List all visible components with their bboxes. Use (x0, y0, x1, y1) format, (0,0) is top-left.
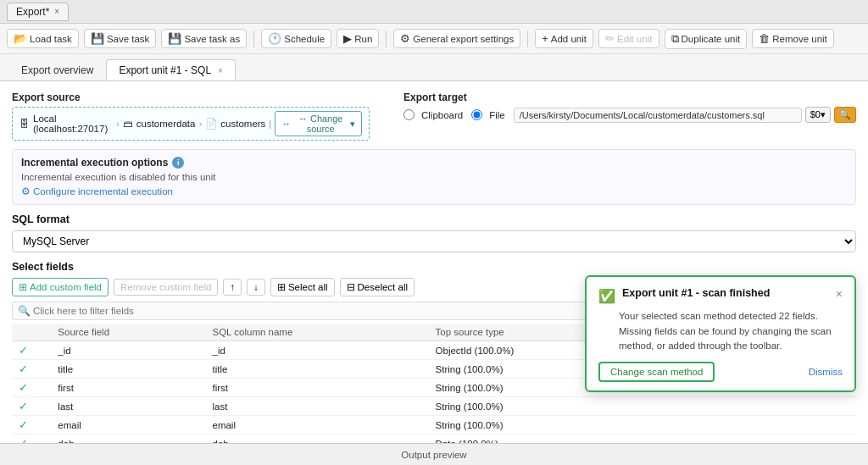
row-sql-col-0: _id (206, 341, 429, 360)
save-task-button[interactable]: 💾 Save task (84, 29, 157, 48)
clipboard-radio-input[interactable] (403, 109, 415, 120)
export-source-label: Export source (12, 91, 370, 103)
configure-link[interactable]: ⚙ Configure incremental execution (21, 185, 847, 197)
notification-close-button[interactable]: × (836, 287, 843, 301)
row-source-5: dob (51, 435, 205, 444)
export-row: Export source 🗄 Local (localhost:27017) … (12, 91, 856, 141)
tab-close-icon[interactable]: × (218, 66, 223, 75)
configure-icon: ⚙ (21, 185, 31, 197)
add-custom-field-button[interactable]: ⊞ Add custom field (12, 278, 108, 296)
schedule-button[interactable]: 🕐 Schedule (261, 29, 331, 48)
row-sql-type-4 (648, 416, 856, 435)
row-source-0: _id (51, 341, 205, 360)
change-scan-method-button[interactable]: Change scan method (598, 362, 715, 382)
row-sql-col-1: title (206, 360, 429, 379)
duplicate-unit-button[interactable]: ⧉ Duplicate unit (665, 29, 748, 49)
row-check-2[interactable]: ✓ (12, 379, 35, 397)
main-tabs: Export overview Export unit #1 - SQL × (0, 54, 868, 81)
settings-icon: ⚙ (400, 32, 410, 45)
deselect-all-button[interactable]: ⊟ Deselect all (340, 278, 415, 296)
remove-icon: 🗑 (759, 32, 770, 45)
output-preview-label: Output preview (401, 450, 466, 460)
row-top-type-3: String (100.0%) (429, 397, 648, 416)
select-all-button[interactable]: ⊞ Select all (270, 278, 335, 296)
dismiss-button[interactable]: Dismiss (809, 367, 843, 377)
app-tab-bar: Export* × (0, 0, 868, 24)
bottom-bar: Output preview (0, 443, 868, 465)
app-tab-close[interactable]: × (54, 7, 59, 16)
incremental-section: Incremental execution options i Incremen… (12, 149, 856, 205)
run-button[interactable]: ▶ Run (337, 29, 379, 48)
row-expand-0[interactable] (35, 341, 51, 360)
content-area: Export source 🗄 Local (localhost:27017) … (0, 81, 868, 443)
load-icon: 📂 (14, 32, 27, 45)
run-icon: ▶ (343, 32, 352, 45)
move-down-button[interactable]: ↓ (247, 279, 265, 296)
success-icon: ✅ (598, 288, 615, 304)
save-as-icon: 💾 (168, 32, 181, 45)
tab-export-unit-1[interactable]: Export unit #1 - SQL × (106, 59, 235, 80)
col-source-field: Source field (51, 324, 205, 341)
row-top-type-5: Date (100.0%) (429, 435, 648, 444)
remove-custom-field-button[interactable]: Remove custom field (114, 279, 218, 296)
row-source-2: first (51, 379, 205, 397)
file-radio-input[interactable] (471, 109, 482, 120)
duplicate-icon: ⧉ (671, 32, 679, 46)
row-sql-type-3 (648, 397, 856, 416)
remove-unit-button[interactable]: 🗑 Remove unit (752, 29, 834, 48)
db-icon: 🗃 (123, 119, 133, 129)
row-sql-type-5 (648, 435, 856, 444)
export-target-label: Export target (403, 91, 856, 103)
row-check-3[interactable]: ✓ (12, 397, 35, 416)
row-check-1[interactable]: ✓ (12, 360, 35, 379)
export-source-section: Export source 🗄 Local (localhost:27017) … (12, 91, 370, 141)
toolbar: 📂 Load task 💾 Save task 💾 Save task as 🕐… (0, 24, 868, 54)
select-all-icon: ⊞ (277, 281, 286, 293)
row-sql-col-3: last (206, 397, 429, 416)
info-icon: i (172, 157, 184, 169)
add-unit-button[interactable]: + Add unit (535, 29, 593, 48)
add-icon: + (542, 32, 548, 45)
notification-header: ✅ Export unit #1 - scan finished × (598, 287, 843, 304)
file-search-button[interactable]: 🔍 (834, 107, 856, 123)
general-export-settings-button[interactable]: ⚙ General export settings (393, 29, 520, 48)
add-custom-icon: ⊞ (19, 281, 27, 293)
target-file: /Users/kirsty/Documents/Local/customerda… (514, 107, 856, 123)
row-expand-3[interactable] (35, 397, 51, 416)
sql-format-select[interactable]: MySQL Server PostgreSQL SQLite Oracle MS… (12, 230, 856, 252)
row-source-3: last (51, 397, 205, 416)
local-db-icon: 🗄 (19, 119, 30, 129)
dropdown-icon: ▾ (350, 119, 355, 130)
row-expand-5[interactable] (35, 435, 51, 444)
app-tab[interactable]: Export* × (7, 3, 69, 21)
row-expand-2[interactable] (35, 379, 51, 397)
save-icon: 💾 (91, 32, 104, 45)
row-check-0[interactable]: ✓ (12, 341, 35, 360)
notification-title: Export unit #1 - scan finished (622, 287, 829, 299)
tab-export-overview[interactable]: Export overview (8, 59, 106, 80)
load-task-button[interactable]: 📂 Load task (7, 29, 79, 48)
deselect-all-icon: ⊟ (347, 281, 355, 293)
edit-icon: ✏ (605, 32, 615, 45)
collection-icon: 📄 (205, 118, 217, 130)
row-top-type-4: String (100.0%) (429, 416, 648, 435)
schedule-icon: 🕐 (268, 32, 281, 45)
row-sql-col-4: email (206, 416, 429, 435)
select-fields-label: Select fields (12, 261, 856, 273)
row-check-5[interactable]: ✓ (12, 435, 35, 444)
save-task-as-button[interactable]: 💾 Save task as (161, 29, 247, 48)
sql-format-section: SQL format MySQL Server PostgreSQL SQLit… (12, 213, 856, 252)
notification-footer: Change scan method Dismiss (598, 362, 843, 382)
file-select-button[interactable]: $0▾ (805, 107, 831, 123)
row-sql-col-2: first (206, 379, 429, 397)
row-expand-1[interactable] (35, 360, 51, 379)
filter-search-icon: 🔍 (18, 305, 31, 317)
divider-1 (253, 30, 254, 47)
row-check-4[interactable]: ✓ (12, 416, 35, 435)
change-source-button[interactable]: ↔ ↔ Change source ▾ (275, 111, 362, 136)
move-up-button[interactable]: ↑ (223, 279, 242, 296)
table-row: ✓ email email String (100.0%) (12, 416, 856, 435)
export-target-section: Export target Clipboard File /Users/kirs… (403, 91, 856, 141)
row-expand-4[interactable] (35, 416, 51, 435)
edit-unit-button[interactable]: ✏ Edit unit (598, 29, 659, 48)
